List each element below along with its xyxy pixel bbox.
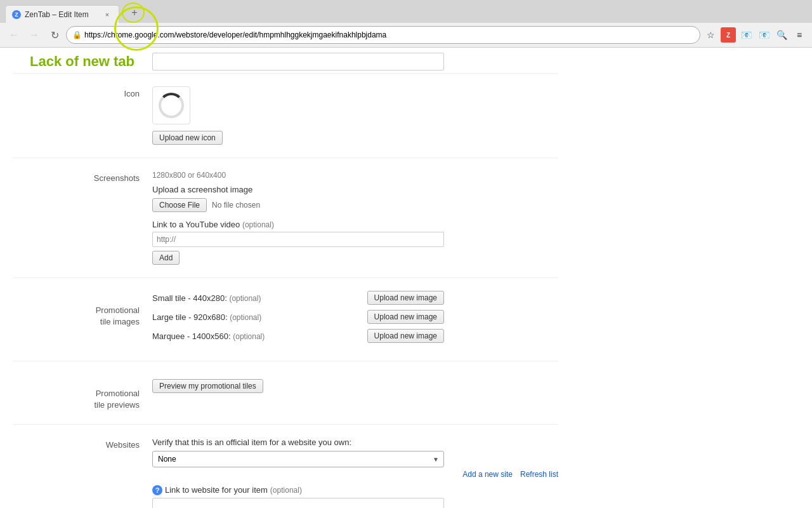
upload-icon-button[interactable]: Upload new icon <box>152 131 223 145</box>
promo-tiles-content: Small tile - 440x280: (optional) Upload … <box>152 291 558 348</box>
promo-previews-content: Preview my promotional tiles <box>152 374 558 411</box>
marquee-row: Marquee - 1400x560: (optional) Upload ne… <box>152 329 444 343</box>
add-video-button[interactable]: Add <box>152 251 180 265</box>
spinner-icon <box>159 93 184 118</box>
websites-section: Websites Verify that this is an official… <box>13 425 558 508</box>
active-tab[interactable]: ZenTab – Edit Item × <box>5 5 119 23</box>
upload-screenshot-label: Upload a screenshot image <box>152 185 558 194</box>
address-input[interactable] <box>66 26 700 44</box>
forward-button[interactable]: → <box>25 26 43 44</box>
help-icon-website: ? <box>152 485 162 495</box>
marquee-label: Marquee - 1400x560: (optional) <box>152 331 265 341</box>
websites-dropdown-wrapper: None ▼ <box>152 451 444 467</box>
file-input-row: Choose File No file chosen <box>152 198 558 212</box>
upload-small-tile-button[interactable]: Upload new image <box>367 291 444 305</box>
icon-label: Icon <box>13 86 152 145</box>
star-icon[interactable]: ☆ <box>703 27 718 43</box>
websites-content: Verify that this is an official item for… <box>152 438 558 508</box>
extension-icon-1[interactable]: Z <box>721 27 736 43</box>
small-tile-label: Small tile - 440x280: (optional) <box>152 293 261 303</box>
icon-section: Icon Upload new icon <box>13 74 558 158</box>
upload-large-tile-button[interactable]: Upload new image <box>367 310 444 324</box>
small-tile-row: Small tile - 440x280: (optional) Upload … <box>152 291 444 305</box>
promo-previews-label: Promotional tile previews <box>13 374 152 411</box>
icon-content: Upload new icon <box>152 86 558 145</box>
website-link-input[interactable] <box>152 498 444 508</box>
verify-text: Verify that this is an official item for… <box>152 438 558 447</box>
choose-file-button[interactable]: Choose File <box>152 198 207 212</box>
video-label: Link to a YouTube video (optional) <box>152 220 558 229</box>
menu-button[interactable]: ≡ <box>792 27 807 43</box>
tab-close-button[interactable]: × <box>102 10 112 20</box>
partial-label <box>13 53 152 70</box>
extension-icon-3[interactable]: 📧 <box>756 27 771 43</box>
screenshot-size-note: 812x508 or 640x400 <box>152 171 558 180</box>
back-button[interactable]: ← <box>5 26 23 44</box>
upload-marquee-button[interactable]: Upload new image <box>367 329 444 343</box>
no-file-text: No file chosen <box>212 201 260 210</box>
preview-btn-row: Preview my promotional tiles <box>152 374 558 398</box>
large-tile-label: Large tile - 920x680: (optional) <box>152 312 261 322</box>
icon-preview <box>152 86 190 124</box>
screenshots-section: Screenshots 812x508 or 640x400 Upload a… <box>13 158 558 278</box>
extension-icon-4[interactable]: 🔍 <box>774 27 789 43</box>
new-tab-button[interactable]: + <box>127 5 142 20</box>
extension-icon-2[interactable]: 📧 <box>738 27 754 43</box>
partial-input[interactable] <box>152 53 444 70</box>
promo-tiles-section: Promotional tile images Small tile - 440… <box>13 278 558 361</box>
screenshots-label: Screenshots <box>13 171 152 265</box>
website-link-row: ? Link to website for your item (optiona… <box>152 485 558 495</box>
screenshots-content: 812x508 or 640x400 Upload a screenshot … <box>152 171 558 265</box>
preview-tiles-button[interactable]: Preview my promotional tiles <box>152 379 263 393</box>
websites-dropdown[interactable]: None <box>152 451 444 467</box>
refresh-list-link[interactable]: Refresh list <box>520 470 558 479</box>
large-tile-row: Large tile - 920x680: (optional) Upload … <box>152 310 444 324</box>
tab-title: ZenTab – Edit Item <box>25 10 100 19</box>
ssl-lock-icon: 🔒 <box>72 30 82 39</box>
page-wrapper: Icon Upload new icon Screenshots 1280x80… <box>0 48 812 508</box>
website-links-row: Add a new site Refresh list <box>152 470 558 479</box>
refresh-button[interactable]: ↻ <box>46 26 63 44</box>
tab-favicon <box>12 10 21 19</box>
websites-label: Websites <box>13 438 152 508</box>
promo-tiles-label: Promotional tile images <box>13 291 152 348</box>
youtube-url-input[interactable] <box>152 232 444 247</box>
promo-previews-section: Promotional tile previews Preview my pro… <box>13 361 558 425</box>
add-new-site-link[interactable]: Add a new site <box>462 470 513 479</box>
